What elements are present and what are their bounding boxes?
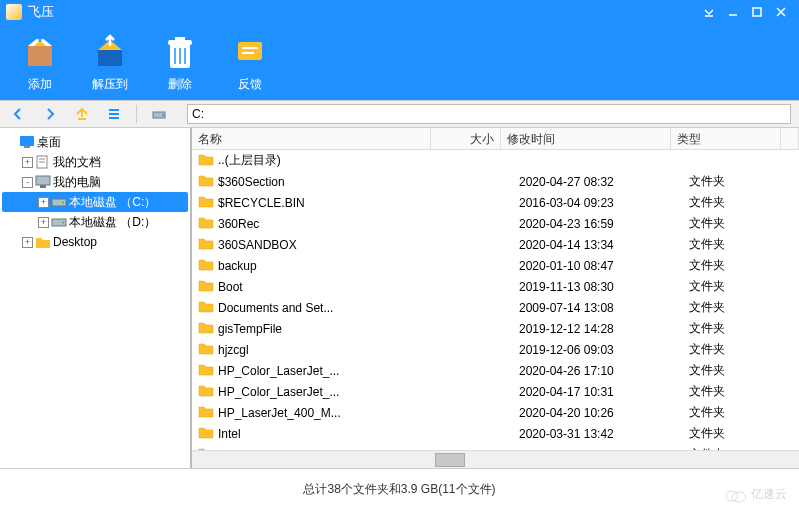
- file-row[interactable]: backup2020-01-10 08:47文件夹: [192, 255, 799, 276]
- file-type: 文件夹: [689, 404, 799, 421]
- tree-label: Desktop: [53, 235, 97, 249]
- toolbar-add-button[interactable]: 添加: [20, 32, 60, 93]
- toolbar-label: 删除: [168, 76, 192, 93]
- col-type[interactable]: 类型: [671, 128, 781, 149]
- file-row[interactable]: Boot2019-11-13 08:30文件夹: [192, 276, 799, 297]
- navbar: C:: [0, 100, 799, 128]
- dropdown-button[interactable]: [697, 0, 721, 24]
- main-area: 桌面+我的文档-我的电脑+本地磁盘 （C:）+本地磁盘 （D:）+Desktop…: [0, 128, 799, 469]
- tree-expander[interactable]: +: [22, 157, 33, 168]
- list-body[interactable]: ..(上层目录)$360Section2020-04-27 08:32文件夹$R…: [192, 150, 799, 450]
- folder-icon: [35, 235, 51, 249]
- tree-item[interactable]: +本地磁盘 （C:）: [2, 192, 188, 212]
- file-row[interactable]: HP_LaserJet_400_M...2020-04-20 10:26文件夹: [192, 402, 799, 423]
- file-date: 2019-12-06 09:03: [519, 343, 689, 357]
- tree-item[interactable]: +我的文档: [2, 152, 188, 172]
- file-date: 2020-04-23 16:59: [519, 217, 689, 231]
- tree-expander[interactable]: +: [38, 197, 49, 208]
- tree-label: 桌面: [37, 134, 61, 151]
- file-type: 文件夹: [689, 425, 799, 442]
- file-name: gisTempFile: [218, 322, 282, 336]
- main-toolbar: 添加解压到删除反馈: [0, 24, 799, 100]
- folder-icon: [198, 405, 214, 421]
- close-button[interactable]: [769, 0, 793, 24]
- add-icon: [20, 32, 60, 72]
- folder-icon: [198, 153, 214, 169]
- folder-icon: [198, 384, 214, 400]
- app-title: 飞压: [28, 3, 697, 21]
- svg-point-32: [62, 202, 64, 204]
- svg-rect-25: [24, 146, 30, 148]
- col-size[interactable]: 大小: [431, 128, 501, 149]
- toolbar-feedback-button[interactable]: 反馈: [230, 32, 270, 93]
- folder-icon: [198, 426, 214, 442]
- tree-item[interactable]: +本地磁盘 （D:）: [2, 212, 188, 232]
- docs-icon: [35, 155, 51, 169]
- file-date: 2020-04-20 10:26: [519, 406, 689, 420]
- titlebar: 飞压: [0, 0, 799, 24]
- horizontal-scrollbar[interactable]: [192, 450, 799, 468]
- file-date: 2016-03-04 09:23: [519, 196, 689, 210]
- up-button[interactable]: [72, 104, 92, 124]
- file-row[interactable]: $RECYCLE.BIN2016-03-04 09:23文件夹: [192, 192, 799, 213]
- folder-icon: [198, 342, 214, 358]
- file-row[interactable]: Documents and Set...2009-07-14 13:08文件夹: [192, 297, 799, 318]
- file-type: 文件夹: [689, 257, 799, 274]
- file-type: 文件夹: [689, 341, 799, 358]
- file-name: HP_LaserJet_400_M...: [218, 406, 341, 420]
- maximize-button[interactable]: [745, 0, 769, 24]
- file-name: HP_Color_LaserJet_...: [218, 364, 339, 378]
- toolbar-label: 解压到: [92, 76, 128, 93]
- file-row[interactable]: ..(上层目录): [192, 150, 799, 171]
- tree-item[interactable]: +Desktop: [2, 232, 188, 252]
- file-row[interactable]: $360Section2020-04-27 08:32文件夹: [192, 171, 799, 192]
- file-row[interactable]: 360Rec2020-04-23 16:59文件夹: [192, 213, 799, 234]
- col-date[interactable]: 修改时间: [501, 128, 671, 149]
- svg-point-23: [162, 114, 164, 116]
- folder-icon: [198, 216, 214, 232]
- tree-label: 我的文档: [53, 154, 101, 171]
- toolbar-extract-button[interactable]: 解压到: [90, 32, 130, 93]
- file-name: backup: [218, 259, 257, 273]
- file-date: 2020-04-26 17:10: [519, 364, 689, 378]
- folder-icon: [198, 195, 214, 211]
- drive-icon: [51, 195, 67, 209]
- statusbar: 总计38个文件夹和3.9 GB(11个文件): [0, 469, 799, 509]
- folder-icon: [198, 363, 214, 379]
- list-view-button[interactable]: [104, 104, 124, 124]
- tree-item[interactable]: -我的电脑: [2, 172, 188, 192]
- file-row[interactable]: Intel2020-03-31 13:42文件夹: [192, 423, 799, 444]
- svg-rect-29: [36, 176, 50, 185]
- file-row[interactable]: hjzcgl2019-12-06 09:03文件夹: [192, 339, 799, 360]
- svg-rect-2: [753, 8, 761, 16]
- svg-rect-16: [238, 42, 262, 60]
- toolbar-delete-button[interactable]: 删除: [160, 32, 200, 93]
- file-type: 文件夹: [689, 173, 799, 190]
- file-row[interactable]: HP_Color_LaserJet_...2020-04-17 10:31文件夹: [192, 381, 799, 402]
- feedback-icon: [230, 32, 270, 72]
- tree-item[interactable]: 桌面: [2, 132, 188, 152]
- watermark: 亿速云: [725, 486, 787, 503]
- file-name: ..(上层目录): [218, 152, 281, 169]
- forward-button[interactable]: [40, 104, 60, 124]
- minimize-button[interactable]: [721, 0, 745, 24]
- file-name: Intel: [218, 427, 241, 441]
- file-type: 文件夹: [689, 194, 799, 211]
- file-row[interactable]: 360SANDBOX2020-04-14 13:34文件夹: [192, 234, 799, 255]
- file-row[interactable]: HP_Color_LaserJet_...2020-04-26 17:10文件夹: [192, 360, 799, 381]
- tree-expander[interactable]: -: [22, 177, 33, 188]
- file-type: 文件夹: [689, 362, 799, 379]
- file-type: 文件夹: [689, 299, 799, 316]
- file-name: 360SANDBOX: [218, 238, 297, 252]
- back-button[interactable]: [8, 104, 28, 124]
- file-row[interactable]: gisTempFile2019-12-12 14:28文件夹: [192, 318, 799, 339]
- tree-expander[interactable]: +: [22, 237, 33, 248]
- folder-tree: 桌面+我的文档-我的电脑+本地磁盘 （C:）+本地磁盘 （D:）+Desktop: [0, 128, 192, 468]
- file-name: $360Section: [218, 175, 285, 189]
- file-date: 2009-07-14 13:08: [519, 301, 689, 315]
- tree-expander[interactable]: +: [38, 217, 49, 228]
- file-date: 2020-04-17 10:31: [519, 385, 689, 399]
- path-input[interactable]: C:: [187, 104, 791, 124]
- col-name[interactable]: 名称: [192, 128, 431, 149]
- delete-icon: [160, 32, 200, 72]
